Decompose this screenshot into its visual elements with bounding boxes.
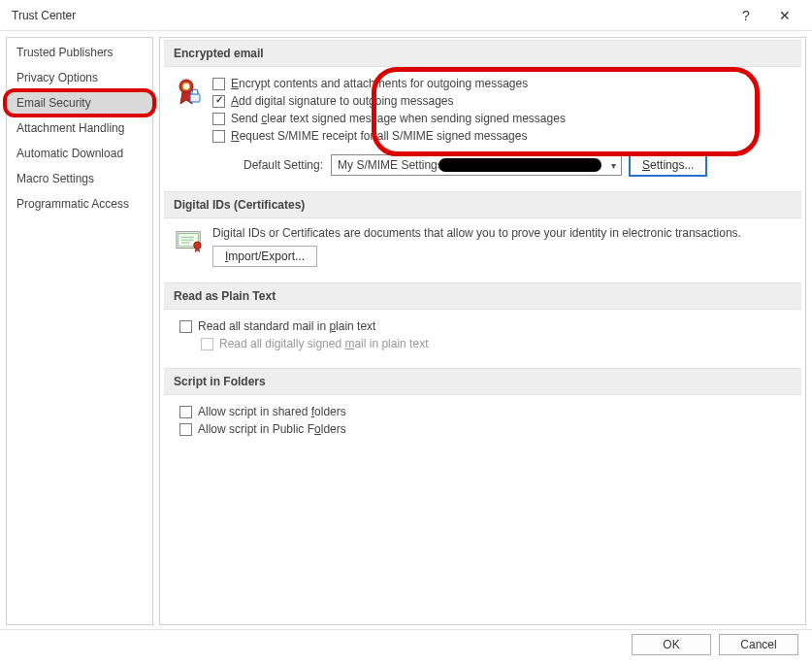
checkbox-icon (179, 406, 192, 418)
checkbox-label: Send clear text signed message when send… (231, 112, 566, 125)
checkbox-icon (212, 113, 225, 125)
checkbox-icon (201, 338, 213, 350)
checkbox-icon (212, 130, 225, 143)
sidebar-item-macro-settings[interactable]: Macro Settings (7, 166, 152, 191)
dropdown-value: My S/MIME Settings (332, 158, 438, 172)
section-header-plain-text: Read as Plain Text (164, 283, 801, 310)
checkbox-clear-text[interactable]: Send clear text signed message when send… (212, 110, 794, 127)
checkbox-label: Allow script in Public Folders (198, 422, 346, 436)
sidebar: Trusted Publishers Privacy Options Email… (6, 37, 153, 625)
checkbox-read-plain[interactable]: Read all standard mail in plain text (179, 317, 375, 335)
default-setting-dropdown[interactable]: My S/MIME Settings ▾ (331, 154, 622, 176)
sidebar-item-attachment-handling[interactable]: Attachment Handling (7, 116, 152, 141)
checkbox-icon (179, 320, 192, 333)
checkbox-request-receipt[interactable]: Request S/MIME receipt for all S/MIME si… (212, 127, 794, 145)
checkbox-script-public[interactable]: Allow script in Public Folders (179, 420, 346, 438)
sidebar-item-automatic-download[interactable]: Automatic Download (7, 141, 152, 166)
checkbox-read-signed-plain: Read all digitally signed mail in plain … (201, 335, 428, 352)
checkbox-label: Read all standard mail in plain text (198, 319, 375, 333)
checkbox-icon (179, 423, 192, 436)
help-button[interactable]: ? (727, 8, 765, 23)
svg-rect-2 (190, 94, 200, 102)
svg-point-1 (182, 83, 190, 90)
ok-button[interactable]: OK (632, 634, 711, 655)
sidebar-item-privacy-options[interactable]: Privacy Options (7, 65, 152, 90)
close-button[interactable]: ✕ (765, 8, 804, 23)
digital-ids-description: Digital IDs or Certificates are document… (212, 226, 794, 246)
checkbox-script-shared[interactable]: Allow script in shared folders (179, 403, 346, 420)
content-panel: Encrypted email Encrypt contents and att… (159, 37, 806, 625)
checkbox-label: Add digital signature to outgoing messag… (231, 94, 454, 108)
chevron-down-icon: ▾ (605, 160, 621, 171)
sidebar-item-trusted-publishers[interactable]: Trusted Publishers (7, 40, 152, 65)
checkbox-label: Allow script in shared folders (198, 405, 346, 418)
checkbox-encrypt-contents[interactable]: Encrypt contents and attachments for out… (212, 75, 794, 92)
svg-point-8 (194, 242, 201, 249)
titlebar: Trust Center ? ✕ (0, 0, 812, 31)
window-title: Trust Center (12, 9, 727, 22)
redacted-text (438, 158, 601, 172)
ribbon-lock-icon (176, 75, 203, 108)
checkbox-icon (212, 95, 225, 108)
section-header-script: Script in Folders (164, 368, 801, 395)
checkbox-label: Encrypt contents and attachments for out… (231, 77, 528, 90)
section-header-digital-ids: Digital IDs (Certificates) (164, 191, 801, 218)
checkbox-label: Request S/MIME receipt for all S/MIME si… (231, 129, 527, 143)
sidebar-item-programmatic-access[interactable]: Programmatic Access (7, 191, 152, 216)
import-export-button[interactable]: Import/Export... (212, 246, 317, 267)
sidebar-item-email-security[interactable]: Email Security (7, 90, 152, 116)
dialog-footer: OK Cancel (0, 629, 812, 659)
certificate-icon (176, 226, 203, 253)
checkbox-label: Read all digitally signed mail in plain … (219, 337, 428, 350)
section-header-encrypted: Encrypted email (164, 40, 801, 67)
settings-button[interactable]: Settings... (630, 154, 706, 176)
checkbox-add-signature[interactable]: Add digital signature to outgoing messag… (212, 92, 794, 110)
cancel-button[interactable]: Cancel (719, 634, 798, 655)
default-setting-label: Default Setting: (244, 158, 323, 172)
checkbox-icon (212, 78, 225, 90)
